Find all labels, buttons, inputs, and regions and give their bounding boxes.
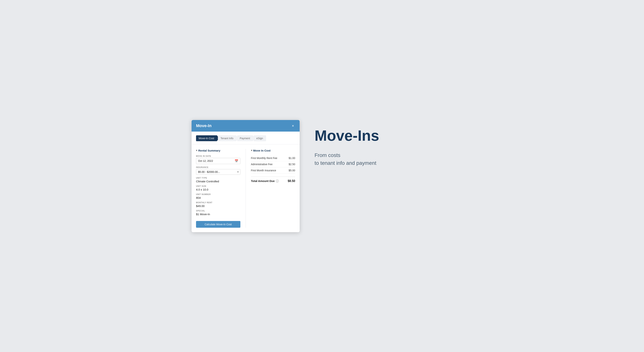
unit-number-value: 804 [196,196,240,199]
stepper: Move-In Cost Tenant Info Payment eSign [192,132,300,144]
cost-value-insurance: $5.00 [289,169,295,172]
vertical-divider [246,149,246,228]
branding-panel: Move-Ins From costs to tenant info and p… [311,120,452,174]
cost-value-admin: $2.50 [289,163,295,166]
move-in-modal: Move-In × Move-In Cost Tenant Info Payme… [192,120,300,232]
content-area: ▾ Rental Summary MOVE IN DATE 📅 INSURANC… [192,144,300,232]
cost-table: First Monthly Rent Fee $1.00 Administrat… [251,155,295,173]
modal-title: Move-In [196,123,212,128]
unit-size-field: UNIT SIZE 4.0 x 10.0 [196,185,240,191]
total-row: Total Amount Due i $8.50 [251,177,295,184]
move-in-cost-title: ▾ Move In Cost [251,149,295,152]
modal-body: Move-In Cost Tenant Info Payment eSign ▾ [192,132,300,232]
branding-subtitle: From costs to tenant info and payment [314,151,452,167]
tab-esign[interactable]: eSign [254,135,266,141]
special-label: SPECIAL [196,210,240,212]
cost-label-rent: First Monthly Rent Fee [251,156,278,159]
unit-size-value: 4.0 x 10.0 [196,188,240,191]
tab-payment[interactable]: Payment [237,135,255,141]
move-in-date-input-wrapper[interactable]: 📅 [196,158,240,164]
cost-row-insurance: First Month Insurance $5.00 [251,167,295,173]
chevron-down-icon: ▾ [251,149,252,152]
special-value: $1 Move-In [196,213,240,216]
cost-label-admin: Administrative Fee [251,163,272,166]
unit-type-label: UNIT TYPE [196,177,240,179]
unit-number-field: UNIT NUMBER 804 [196,193,240,199]
move-in-cost-panel: ▾ Move In Cost First Monthly Rent Fee $1… [251,149,295,228]
move-in-date-label: MOVE IN DATE [196,155,240,157]
unit-size-label: UNIT SIZE [196,185,240,187]
move-in-date-input[interactable] [198,159,233,162]
insurance-select[interactable]: $5.00 - $2000.00... [196,169,240,175]
calendar-icon: 📅 [234,159,238,163]
insurance-label: INSURANCE [196,166,240,168]
unit-number-label: UNIT NUMBER [196,193,240,196]
branding-title: Move-Ins [314,127,452,144]
special-field: SPECIAL $1 Move-In [196,210,240,216]
cost-row-admin: Administrative Fee $2.50 [251,161,295,167]
insurance-select-wrapper: $5.00 - $2000.00... ▾ [196,169,240,175]
monthly-rent-value: $49.00 [196,204,240,208]
tab-move-in-cost[interactable]: Move-In Cost [196,135,219,141]
monthly-rent-label: MONTHLY RENT [196,202,240,204]
chevron-down-icon: ▾ [196,149,197,152]
rental-summary-title: ▾ Rental Summary [196,149,240,152]
unit-type-value: Climate Controlled [196,180,240,183]
page-wrapper: Move-In × Move-In Cost Tenant Info Payme… [192,120,452,232]
close-button[interactable]: × [291,124,295,128]
total-amount-label: Total Amount Due i [251,179,279,183]
rental-summary-panel: ▾ Rental Summary MOVE IN DATE 📅 INSURANC… [196,149,240,228]
move-in-date-field: MOVE IN DATE 📅 [196,155,240,164]
insurance-field: INSURANCE $5.00 - $2000.00... ▾ [196,166,240,175]
info-icon[interactable]: i [276,180,279,183]
cost-value-rent: $1.00 [289,156,295,159]
monthly-rent-field: MONTHLY RENT $49.00 [196,202,240,208]
unit-type-field: UNIT TYPE Climate Controlled [196,177,240,183]
total-amount-value: $8.50 [288,179,295,183]
cost-row-rent: First Monthly Rent Fee $1.00 [251,155,295,161]
calculate-move-in-cost-button[interactable]: Calculate Move-In Cost [196,221,240,228]
cost-label-insurance: First Month Insurance [251,169,276,172]
modal-header: Move-In × [192,120,300,132]
tab-tenant-info[interactable]: Tenant Info [218,135,238,141]
